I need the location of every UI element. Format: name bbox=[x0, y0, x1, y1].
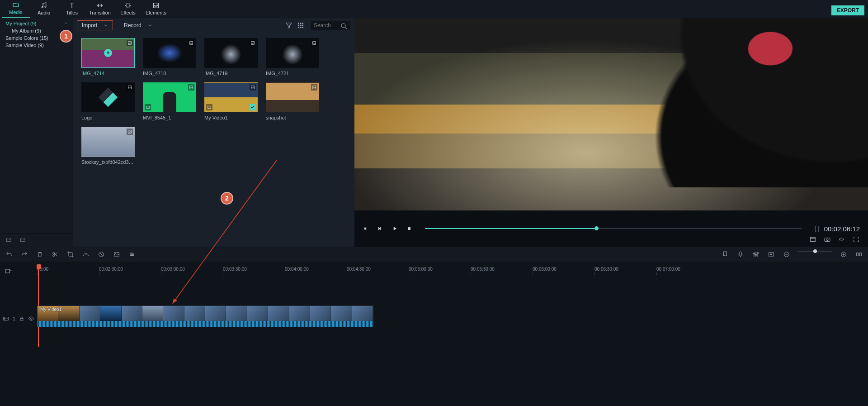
media-thumbnail[interactable] bbox=[81, 127, 135, 157]
zoom-fit-icon[interactable] bbox=[855, 251, 863, 258]
media-item[interactable]: IMG_4721 bbox=[266, 38, 319, 76]
filter-icon[interactable] bbox=[285, 21, 293, 29]
media-thumbnail[interactable] bbox=[143, 82, 196, 112]
track-controls: 1 bbox=[3, 315, 34, 322]
media-thumbnail[interactable] bbox=[81, 82, 135, 112]
delete-folder-icon[interactable] bbox=[19, 237, 26, 243]
tab-audio[interactable]: Audio bbox=[30, 0, 58, 18]
tab-label: Elements bbox=[146, 10, 166, 15]
timeline[interactable]: 1 00:0000:02:30:0000:03:00:0000:03:30:00… bbox=[0, 262, 868, 406]
camera-icon[interactable] bbox=[824, 236, 831, 243]
ruler-tick: 00:02:30:00 bbox=[99, 267, 161, 272]
sparkle-icon bbox=[124, 2, 132, 9]
svg-point-47 bbox=[30, 318, 32, 320]
timeline-ruler[interactable]: 00:0000:02:30:0000:03:00:0000:03:30:0000… bbox=[37, 267, 868, 272]
preview-video[interactable] bbox=[354, 18, 868, 210]
media-label: IMG_4719 bbox=[204, 71, 258, 76]
color-button[interactable] bbox=[98, 251, 105, 258]
media-thumbnail[interactable] bbox=[266, 38, 319, 68]
add-to-timeline-icon[interactable]: + bbox=[104, 49, 112, 57]
speed-button[interactable] bbox=[82, 251, 90, 258]
chevron-down-icon[interactable] bbox=[64, 21, 68, 25]
media-item[interactable]: IMG_4718 bbox=[143, 38, 196, 76]
sidebar-item-my-project[interactable]: My Project (9) bbox=[4, 20, 69, 27]
add-track-icon[interactable] bbox=[5, 267, 12, 275]
volume-icon[interactable] bbox=[838, 236, 845, 243]
tab-transition[interactable]: Transition bbox=[86, 0, 114, 18]
tab-media[interactable]: Media bbox=[2, 0, 30, 18]
track-number: 1 bbox=[13, 316, 15, 321]
thumb-type-icon bbox=[188, 40, 194, 46]
media-thumbnail[interactable] bbox=[266, 82, 319, 112]
screenshot-icon[interactable] bbox=[809, 236, 816, 243]
search-icon[interactable] bbox=[340, 22, 348, 30]
import-button[interactable]: Import bbox=[77, 20, 113, 30]
svg-point-12 bbox=[341, 24, 345, 28]
search-wrap bbox=[311, 21, 350, 30]
svg-rect-42 bbox=[857, 253, 859, 256]
video-track[interactable]: My Video1 bbox=[37, 306, 373, 327]
sidebar-item-my-album[interactable]: My Album (9) bbox=[4, 27, 69, 34]
media-item[interactable]: Logo bbox=[81, 82, 135, 120]
ruler-tick: 00:05:30:00 bbox=[471, 267, 533, 272]
svg-rect-21 bbox=[208, 106, 211, 109]
ruler-tick: 00:03:30:00 bbox=[223, 267, 285, 272]
adjust-button[interactable] bbox=[128, 251, 136, 258]
play-button[interactable] bbox=[392, 225, 398, 232]
media-item[interactable]: snapshot bbox=[266, 82, 319, 120]
new-folder-icon[interactable] bbox=[5, 237, 12, 243]
zoom-slider[interactable] bbox=[798, 251, 832, 252]
media-item[interactable]: MVI_8545_1 bbox=[143, 82, 196, 120]
media-thumbnail[interactable]: + bbox=[81, 38, 135, 68]
chevron-down-icon bbox=[104, 23, 108, 28]
chevron-down-icon bbox=[148, 23, 152, 28]
grid-view-icon[interactable] bbox=[297, 21, 305, 29]
tab-effects[interactable]: Effects bbox=[114, 0, 142, 18]
timeline-clip[interactable]: My Video1 bbox=[37, 306, 373, 327]
lock-icon[interactable] bbox=[19, 316, 24, 321]
marker-icon[interactable] bbox=[722, 251, 729, 258]
mixer-icon[interactable] bbox=[752, 251, 760, 258]
track-header: 1 bbox=[0, 262, 37, 406]
seek-progress bbox=[425, 228, 594, 229]
clip-type-icon bbox=[145, 104, 151, 110]
media-item[interactable]: +IMG_4714 bbox=[81, 38, 135, 76]
tab-label: Audio bbox=[38, 10, 50, 15]
record-button[interactable]: Record bbox=[119, 21, 157, 30]
media-item[interactable]: Stocksy_txpfd042cd3EA... bbox=[81, 127, 135, 165]
seek-bar[interactable] bbox=[425, 228, 802, 229]
prev-frame-button[interactable] bbox=[363, 225, 369, 232]
greenscreen-button[interactable] bbox=[113, 251, 120, 258]
export-button[interactable]: EXPORT bbox=[831, 5, 864, 15]
zoom-in-icon[interactable] bbox=[840, 251, 847, 258]
mic-icon[interactable] bbox=[737, 251, 744, 258]
media-thumbnail[interactable] bbox=[143, 38, 196, 68]
media-item[interactable]: IMG_4719 bbox=[204, 38, 258, 76]
transition-icon bbox=[96, 2, 104, 9]
zoom-out-icon[interactable] bbox=[783, 251, 790, 258]
undo-button[interactable] bbox=[5, 251, 13, 258]
media-thumbnail[interactable] bbox=[204, 38, 258, 68]
folder-icon bbox=[12, 1, 19, 9]
ruler-tick: 00:04:00:00 bbox=[285, 267, 347, 272]
media-thumbnail[interactable] bbox=[204, 82, 258, 112]
svg-point-32 bbox=[131, 253, 132, 253]
media-item[interactable]: My Video1 bbox=[204, 82, 258, 120]
clip-thumbnails bbox=[38, 306, 373, 321]
redo-button[interactable] bbox=[21, 251, 28, 258]
stop-button[interactable] bbox=[406, 225, 412, 232]
next-frame-button[interactable] bbox=[377, 225, 383, 232]
delete-button[interactable] bbox=[36, 251, 43, 258]
sidebar-item-sample-video[interactable]: Sample Video (9) bbox=[4, 42, 69, 49]
split-button[interactable] bbox=[52, 251, 59, 258]
timecode: 00:02:06:12 bbox=[824, 225, 860, 233]
tab-titles[interactable]: Titles bbox=[58, 0, 86, 18]
seek-knob[interactable] bbox=[594, 226, 599, 230]
svg-rect-43 bbox=[859, 253, 861, 256]
render-icon[interactable] bbox=[768, 251, 775, 258]
fullscreen-icon[interactable] bbox=[853, 236, 860, 243]
svg-point-33 bbox=[132, 254, 133, 255]
tab-elements[interactable]: Elements bbox=[142, 0, 170, 18]
eye-icon[interactable] bbox=[28, 315, 34, 322]
crop-button[interactable] bbox=[67, 251, 74, 258]
